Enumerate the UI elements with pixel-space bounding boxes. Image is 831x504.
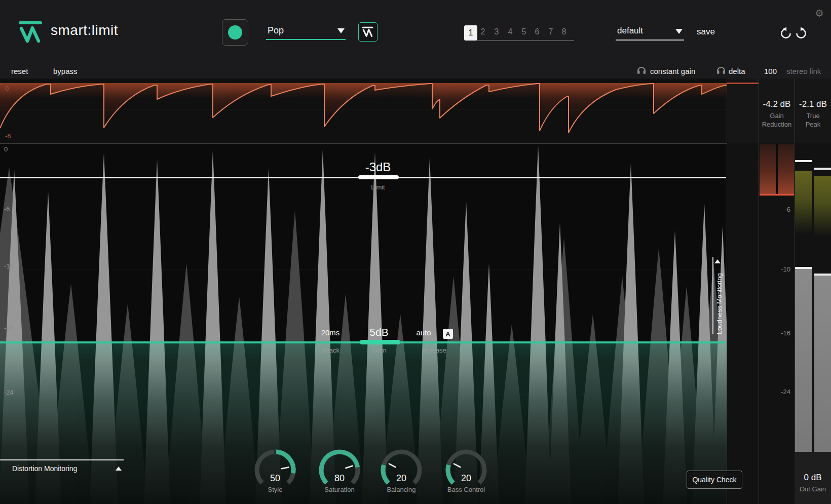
- main-scale-m6: -6: [4, 205, 10, 213]
- gain-label: Gain: [359, 346, 400, 354]
- undo-icon[interactable]: [779, 27, 792, 40]
- redo-icon[interactable]: [795, 27, 808, 40]
- settings-gear-icon[interactable]: ⚙: [815, 8, 824, 18]
- distortion-monitoring-arrow-icon[interactable]: [116, 467, 122, 471]
- gain-reduction-label: Gain: [760, 112, 794, 120]
- out-meter-peakzone-left: [795, 171, 812, 234]
- out-gain-label: Out Gain: [795, 485, 831, 493]
- out-meter-bar-left: [795, 269, 812, 452]
- main-scale-m10: -10: [4, 262, 14, 270]
- balancing-knob-label: Balancing: [371, 486, 432, 493]
- gain-reduction-readout: -4.2 dB: [760, 99, 794, 109]
- limit-value[interactable]: -3dB: [348, 160, 408, 174]
- meter-scale-m24: -24: [760, 388, 790, 396]
- gain-reduction-label: Reduction: [760, 121, 794, 128]
- bass-control-knob-label: Bass Control: [436, 486, 497, 493]
- attack-value[interactable]: 20ms: [310, 328, 351, 337]
- out-meter-bar-right: [814, 276, 831, 452]
- main-scale-m24: -24: [4, 389, 14, 396]
- gain-handle[interactable]: [360, 340, 400, 344]
- release-label: Release: [404, 346, 465, 354]
- loudness-monitoring-toggle[interactable]: Loudness Monitoring: [715, 253, 723, 334]
- gain-value[interactable]: 5dB: [359, 326, 399, 338]
- true-peak-label: True: [795, 112, 831, 120]
- out-meter-peakzone-right: [814, 176, 831, 237]
- style-knob-value[interactable]: 50: [255, 473, 295, 484]
- limit-label: Limit: [348, 183, 408, 191]
- main-scale-0: 0: [4, 145, 8, 153]
- distortion-monitoring-toggle[interactable]: Distortion Monitoring: [12, 464, 77, 473]
- saturation-knob-label: Saturation: [309, 486, 370, 493]
- style-knob-label: Style: [245, 486, 306, 493]
- stereo-link-label[interactable]: stereo link: [786, 67, 821, 75]
- attack-label: Attack: [310, 346, 351, 354]
- main-scale-m16: -16: [4, 324, 14, 332]
- out-gain-value[interactable]: 0 dB: [795, 473, 831, 483]
- limit-handle[interactable]: [358, 175, 399, 179]
- balancing-knob-value[interactable]: 20: [381, 473, 422, 484]
- distortion-monitoring-line: [0, 459, 124, 460]
- out-meter-peak-left: [795, 160, 812, 162]
- gain-reduction-meter: [760, 144, 794, 196]
- loudness-monitoring-line: [712, 257, 713, 334]
- release-value[interactable]: auto: [408, 328, 439, 337]
- meter-header: [727, 79, 831, 143]
- true-peak-readout: -2.1 dB: [795, 99, 831, 109]
- true-peak-label: Peak: [795, 121, 831, 128]
- delta-toggle[interactable]: delta: [729, 67, 745, 75]
- meter-scale-m10: -10: [760, 265, 790, 273]
- meter-scale-m16: -16: [760, 329, 790, 337]
- quality-check-button[interactable]: Quality Check: [687, 471, 742, 489]
- stereo-link-value[interactable]: 100: [764, 67, 777, 75]
- release-auto-badge[interactable]: A: [443, 329, 453, 339]
- meter-scale-m6: -6: [760, 206, 790, 213]
- bass-control-knob-value[interactable]: 20: [446, 473, 486, 484]
- saturation-knob-value[interactable]: 80: [319, 473, 360, 484]
- out-meter-peak-right: [814, 168, 831, 170]
- gr-zero-line-stub: [727, 83, 759, 84]
